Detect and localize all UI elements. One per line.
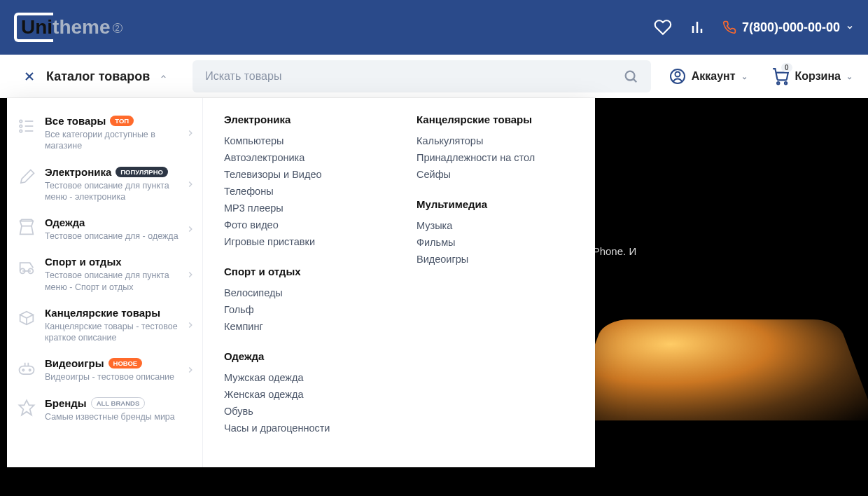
mega-link[interactable]: Кемпинг [224,318,382,335]
mega-link[interactable]: Телефоны [224,183,382,200]
category-icon [17,218,36,237]
mega-link[interactable]: Принадлежности на стол [416,149,574,166]
search-box [192,60,650,92]
category-icon [17,116,36,136]
mega-group: Спорт и отдыхВелосипедыГольфКемпинг [224,266,382,335]
svg-point-15 [29,369,31,371]
logo[interactable]: Unitheme 2 [14,13,122,42]
sidebar-item-6[interactable]: БрендыALL BRANDSСамые известные бренды м… [7,390,202,429]
mega-link[interactable]: Фото видео [224,216,382,233]
phone-button[interactable]: 7(800)-000-00-00 [722,20,854,35]
chevron-down-icon [846,23,854,32]
sidebar-item-title: ВидеоигрыНОВОЕ [45,357,192,369]
logo-superscript: 2 [113,23,122,33]
mega-link[interactable]: Игровые приставки [224,233,382,250]
account-label: Аккаунт [692,70,736,83]
mega-link[interactable]: Обувь [224,403,382,420]
search-icon[interactable] [623,69,638,84]
svg-point-6 [20,125,22,128]
cart-button[interactable]: 0 Корзина ⌄ [766,67,858,85]
sidebar-item-3[interactable]: Спорт и отдыхТестовое описание для пункт… [7,249,202,300]
wishlist-icon[interactable] [654,18,672,36]
chevron-down-icon: ⌄ [741,72,748,81]
category-icon [17,308,36,328]
mega-link[interactable]: Калькуляторы [416,132,574,149]
close-icon [22,69,36,83]
mega-link[interactable]: Гольф [224,301,382,318]
mega-group-title: Электроника [224,113,382,125]
mega-panel: ЭлектроникаКомпьютерыАвтоэлектроникаТеле… [203,98,595,467]
badge: ТОП [110,116,134,126]
sidebar-item-title: Спорт и отдых [45,256,192,268]
category-icon [17,257,36,277]
compare-icon[interactable] [689,19,706,36]
svg-point-7 [20,130,22,132]
sidebar-item-1[interactable]: ЭлектроникаПОПУЛЯРНОТестовое описание дл… [7,159,202,210]
mega-link[interactable]: Мужская одежда [224,369,382,386]
category-icon [17,167,36,187]
chevron-right-icon [186,320,195,330]
svg-point-3 [777,82,779,84]
topbar-right: 7(800)-000-00-00 [654,18,854,36]
account-button[interactable]: Аккаунт ⌄ [664,68,753,85]
top-header: Unitheme 2 7(800)-000-00-00 [0,0,868,55]
mega-group-title: Канцелярские товары [416,113,574,125]
badge: ПОПУЛЯРНО [115,167,168,177]
catalog-toggle[interactable]: Каталог товаров [10,60,180,92]
sidebar-item-title: ЭлектроникаПОПУЛЯРНО [45,166,192,178]
phone-number: 7(800)-000-00-00 [742,20,840,35]
mega-link[interactable]: Видеоигры [416,251,574,268]
cart-label: Корзина [795,70,841,83]
sidebar-item-5[interactable]: ВидеоигрыНОВОЕВидеоигры - тестовое описа… [7,350,202,390]
mega-group: ЭлектроникаКомпьютерыАвтоэлектроникаТеле… [224,113,382,250]
chevron-right-icon [186,365,195,375]
sidebar-item-title: Канцелярские товары [45,307,192,319]
mega-link[interactable]: Сейфы [416,166,574,183]
hero-product-image [566,319,868,420]
user-icon [669,68,686,85]
mega-group: ОдеждаМужская одеждаЖенская одеждаОбувьЧ… [224,350,382,436]
mega-column: ЭлектроникаКомпьютерыАвтоэлектроникаТеле… [224,113,382,452]
mega-link[interactable]: Музыка [416,217,574,234]
sidebar-item-title: Одежда [45,216,192,228]
logo-text: Unitheme [21,16,111,39]
search-input[interactable] [205,70,622,83]
chevron-right-icon [186,179,195,189]
mega-link[interactable]: Компьютеры [224,132,382,149]
mega-group: МультимедиаМузыкаФильмыВидеоигры [416,198,574,268]
sidebar-item-4[interactable]: Канцелярские товарыКанцелярские товары -… [7,300,202,351]
mega-link[interactable]: Фильмы [416,234,574,251]
mega-group-title: Мультимедиа [416,198,574,210]
badge: НОВОЕ [108,358,143,368]
sidebar-item-desc: Тестовое описание для - одежда [45,230,192,242]
chevron-up-icon [160,73,167,81]
category-icon [17,399,36,418]
mega-link[interactable]: Велосипеды [224,284,382,301]
sidebar-item-0[interactable]: Все товарыТОПВсе категории доступные в м… [7,108,202,159]
mega-group: Канцелярские товарыКалькуляторыПринадлеж… [416,113,574,183]
mega-column: Канцелярские товарыКалькуляторыПринадлеж… [416,113,574,452]
sidebar-item-2[interactable]: ОдеждаТестовое описание для - одежда [7,209,202,249]
svg-point-0 [625,71,634,81]
cart-count-badge: 0 [781,63,792,72]
chevron-right-icon [186,224,195,234]
svg-point-2 [675,72,680,77]
sidebar-item-desc: Все категории доступные в магазине [45,129,192,152]
sidebar-item-desc: Видеоигры - тестовое описание [45,371,192,383]
nav-bar: Каталог товаров Аккаунт ⌄ 0 Корзина ⌄ [0,55,868,98]
chevron-right-icon [186,270,195,280]
sidebar-item-desc: Тестовое описание для пункта меню - элек… [45,180,192,203]
mega-link[interactable]: Часы и драгоценности [224,420,382,436]
sidebar-item-desc: Тестовое описание для пункта меню - Спор… [45,270,192,293]
mega-link[interactable]: Телевизоры и Видео [224,166,382,183]
svg-point-14 [22,369,24,371]
badge: ALL BRANDS [91,397,146,409]
sidebar-item-title: Все товарыТОП [45,115,192,127]
mega-sidebar: Все товарыТОПВсе категории доступные в м… [7,98,203,467]
mega-link[interactable]: MP3 плееры [224,200,382,216]
mega-link[interactable]: Автоэлектроника [224,149,382,166]
mega-group-title: Спорт и отдых [224,266,382,277]
catalog-label: Каталог товаров [46,69,150,84]
mega-link[interactable]: Женская одежда [224,386,382,403]
svg-rect-13 [20,366,34,375]
